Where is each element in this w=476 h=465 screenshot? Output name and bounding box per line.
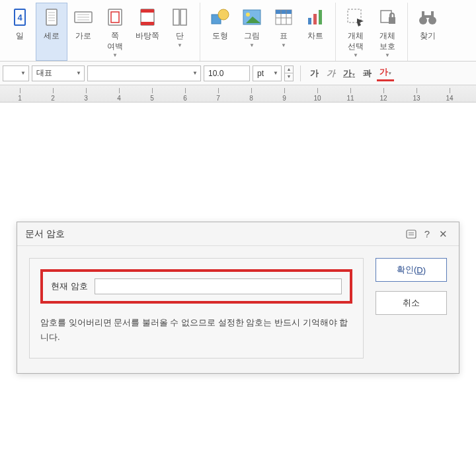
file-button[interactable]: 4 일 [4, 3, 36, 61]
ruler-tick: 7 [212, 88, 225, 102]
password-hint-text: 암호를 잊어버리면 문서를 불러올 수 없으므로 설정한 암호는 반드시 기억해… [40, 316, 352, 345]
svg-rect-15 [141, 22, 154, 25]
binoculars-icon [416, 6, 439, 28]
ruler-tick: 5 [145, 88, 159, 102]
cancel-button[interactable]: 취소 [376, 291, 447, 315]
chevron-down-icon: ▼ [281, 42, 286, 48]
format-toolbar: ▼ 대표 ▼ ▼ 10.0 pt ▼ ▲ ▼ 가 가 가▾ 과 가▾ [0, 62, 476, 85]
file-icon: 4 [9, 6, 31, 28]
ruler-tick: 13 [410, 88, 423, 102]
chevron-down-icon: ▼ [177, 42, 182, 48]
ribbon-group-insert: 도형 그림 ▼ 표 ▼ 차트 [200, 3, 336, 61]
object-select-label: 개체 선택 [348, 31, 364, 52]
ruler-tick: 6 [178, 88, 192, 102]
dialog-content: 현재 암호 암호를 잊어버리면 문서를 불러올 수 없으므로 설정한 암호는 반… [29, 258, 364, 359]
portrait-icon [40, 6, 63, 28]
svg-rect-37 [422, 11, 424, 18]
italic-button[interactable]: 가 [324, 66, 338, 81]
background-button[interactable]: 바탕쪽 [131, 3, 164, 61]
table-button[interactable]: 표 ▼ [268, 3, 299, 61]
font-color-button[interactable]: 가▾ [377, 65, 394, 81]
ruler-tick: 14 [443, 88, 456, 102]
svg-rect-2 [46, 9, 57, 25]
ribbon-group-object: 개체 선택 ▼ 개체 보호 ▼ [336, 3, 408, 61]
ribbon-toolbar: 4 일 세로 가로 쪽 여백 ▼ 바탕쪽 [0, 0, 476, 62]
svg-rect-30 [319, 10, 322, 24]
ruler-tick: 9 [278, 88, 291, 102]
separator [300, 65, 301, 81]
current-password-row: 현재 암호 [40, 269, 352, 304]
landscape-button[interactable]: 가로 [67, 3, 99, 61]
style-combo[interactable]: ▼ [3, 65, 29, 81]
ruler-tick: 4 [112, 88, 126, 102]
object-select-icon [344, 6, 367, 28]
svg-rect-34 [389, 17, 395, 24]
object-protect-button[interactable]: 개체 보호 ▼ [372, 3, 403, 61]
ok-button[interactable]: 확인(D) [376, 258, 447, 282]
svg-rect-24 [276, 10, 292, 14]
chevron-down-icon: ▼ [353, 52, 358, 58]
shape-button[interactable]: 도형 [204, 3, 236, 61]
find-label: 찾기 [420, 31, 436, 42]
spinner-down-icon[interactable]: ▼ [284, 73, 294, 81]
svg-rect-38 [431, 11, 434, 18]
chevron-down-icon: ▼ [192, 70, 198, 76]
svg-point-19 [218, 9, 229, 20]
font-size-spinner[interactable]: ▲ ▼ [284, 65, 294, 81]
dialog-body: 현재 암호 암호를 잊어버리면 문서를 불러올 수 없으므로 설정한 암호는 반… [17, 246, 459, 373]
current-password-input[interactable] [95, 278, 342, 294]
columns-icon [169, 6, 191, 28]
find-button[interactable]: 찾기 [412, 3, 444, 61]
chart-button[interactable]: 차트 [299, 3, 331, 61]
picture-button[interactable]: 그림 ▼ [236, 3, 268, 61]
table-label: 표 [280, 31, 288, 42]
ruler-tick: 3 [79, 88, 93, 102]
svg-rect-29 [313, 14, 317, 24]
svg-rect-39 [424, 15, 431, 18]
ruler-tick: 2 [46, 88, 60, 102]
underline-button[interactable]: 가▾ [340, 66, 358, 81]
chevron-down-icon: ▼ [249, 42, 255, 48]
horizontal-ruler[interactable]: 1234567891011121314 [0, 85, 476, 103]
object-protect-label: 개체 보호 [379, 31, 395, 52]
page-margin-label: 쪽 여백 [107, 31, 123, 52]
landscape-label: 가로 [75, 31, 91, 42]
document-password-dialog: 문서 암호 ? ✕ 현재 암호 암호를 잊어버리면 문서를 불러올 수 없으므로… [17, 222, 459, 374]
background-label: 바탕쪽 [136, 31, 159, 42]
para-combo[interactable]: 대표 ▼ [32, 65, 85, 81]
close-button[interactable]: ✕ [435, 226, 451, 242]
ruler-tick: 1 [13, 88, 26, 102]
font-unit-value: pt [257, 69, 264, 78]
bold-button[interactable]: 가 [307, 66, 321, 81]
svg-rect-28 [308, 18, 311, 24]
chevron-down-icon: ▼ [385, 52, 390, 58]
object-protect-icon [376, 6, 399, 28]
columns-button[interactable]: 단 ▼ [164, 3, 196, 61]
object-select-button[interactable]: 개체 선택 ▼ [340, 3, 372, 61]
ruler-tick: 12 [377, 88, 390, 102]
page-margin-button[interactable]: 쪽 여백 ▼ [99, 3, 131, 61]
page-margin-icon [104, 6, 126, 28]
columns-label: 단 [176, 31, 184, 42]
help-button[interactable]: ? [419, 226, 435, 242]
dialog-titlebar: 문서 암호 ? ✕ [17, 222, 459, 246]
font-size-unit[interactable]: pt ▼ [253, 65, 282, 81]
strike-button[interactable]: 과 [360, 66, 374, 81]
chevron-down-icon: ▼ [20, 70, 26, 76]
font-combo[interactable]: ▼ [87, 65, 201, 81]
svg-text:4: 4 [17, 13, 22, 22]
dialog-menu-icon[interactable] [403, 226, 419, 242]
picture-label: 그림 [244, 31, 260, 42]
spinner-up-icon[interactable]: ▲ [284, 65, 294, 73]
shape-icon [209, 6, 231, 28]
ribbon-group-find: 찾기 [408, 3, 448, 61]
shape-label: 도형 [212, 31, 228, 42]
chart-icon [304, 6, 327, 28]
portrait-button[interactable]: 세로 [36, 3, 67, 61]
dialog-buttons: 확인(D) 취소 [376, 258, 447, 359]
ruler-tick: 10 [311, 88, 324, 102]
landscape-icon [72, 6, 95, 28]
svg-rect-14 [141, 9, 154, 13]
picture-icon [241, 6, 263, 28]
font-size-combo[interactable]: 10.0 [204, 65, 250, 81]
